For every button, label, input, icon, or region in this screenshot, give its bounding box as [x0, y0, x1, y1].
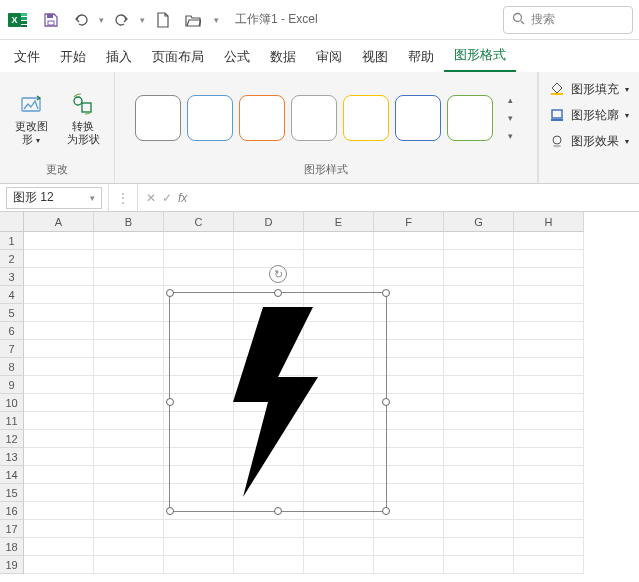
resize-handle-tl[interactable]	[166, 289, 174, 297]
resize-handle-br[interactable]	[382, 507, 390, 515]
cell[interactable]	[444, 340, 514, 358]
cell[interactable]	[444, 556, 514, 574]
cell[interactable]	[164, 250, 234, 268]
cell[interactable]	[514, 538, 584, 556]
cell[interactable]	[94, 340, 164, 358]
row-header-12[interactable]: 12	[0, 430, 24, 448]
cell[interactable]	[514, 376, 584, 394]
row-header-4[interactable]: 4	[0, 286, 24, 304]
style-swatch-0[interactable]	[135, 95, 181, 141]
cell[interactable]	[94, 430, 164, 448]
row-header-9[interactable]: 9	[0, 376, 24, 394]
cell[interactable]	[24, 394, 94, 412]
cell[interactable]	[514, 340, 584, 358]
cell[interactable]	[24, 286, 94, 304]
cell[interactable]	[24, 466, 94, 484]
cell[interactable]	[304, 232, 374, 250]
cell[interactable]	[444, 430, 514, 448]
convert-to-shape-button[interactable]: 转换 为形状	[60, 82, 106, 154]
redo-button[interactable]	[109, 7, 135, 33]
row-header-15[interactable]: 15	[0, 484, 24, 502]
cell[interactable]	[24, 340, 94, 358]
cell[interactable]	[444, 412, 514, 430]
style-swatch-2[interactable]	[239, 95, 285, 141]
cell[interactable]	[514, 268, 584, 286]
cell[interactable]	[514, 412, 584, 430]
col-header-A[interactable]: A	[24, 212, 94, 232]
cell[interactable]	[24, 412, 94, 430]
row-header-3[interactable]: 3	[0, 268, 24, 286]
change-graphic-button[interactable]: 更改图 形 ▾	[8, 82, 54, 154]
tab-insert[interactable]: 插入	[96, 42, 142, 72]
gallery-expand[interactable]: ▾	[503, 129, 517, 143]
cell[interactable]	[514, 448, 584, 466]
cell[interactable]	[304, 268, 374, 286]
cell[interactable]	[234, 556, 304, 574]
cell[interactable]	[304, 250, 374, 268]
cell[interactable]	[374, 268, 444, 286]
new-file-button[interactable]	[150, 7, 176, 33]
resize-handle-bl[interactable]	[166, 507, 174, 515]
tab-data[interactable]: 数据	[260, 42, 306, 72]
undo-button[interactable]	[68, 7, 94, 33]
search-box[interactable]: 搜索	[503, 6, 633, 34]
cell[interactable]	[444, 484, 514, 502]
cell[interactable]	[94, 484, 164, 502]
cells-area[interactable]: ↻	[24, 232, 639, 574]
tab-home[interactable]: 开始	[50, 42, 96, 72]
col-header-B[interactable]: B	[94, 212, 164, 232]
cell[interactable]	[444, 232, 514, 250]
qat-dropdown-icon[interactable]: ▾	[214, 15, 219, 25]
row-header-18[interactable]: 18	[0, 538, 24, 556]
cell[interactable]	[94, 520, 164, 538]
cell[interactable]	[94, 358, 164, 376]
cell[interactable]	[24, 520, 94, 538]
row-header-7[interactable]: 7	[0, 340, 24, 358]
cell[interactable]	[24, 538, 94, 556]
cell[interactable]	[304, 520, 374, 538]
resize-handle-ml[interactable]	[166, 398, 174, 406]
cell[interactable]	[94, 376, 164, 394]
cell[interactable]	[94, 304, 164, 322]
col-header-D[interactable]: D	[234, 212, 304, 232]
cell[interactable]	[444, 520, 514, 538]
gallery-scroll-up[interactable]: ▴	[503, 93, 517, 107]
tab-file[interactable]: 文件	[4, 42, 50, 72]
row-header-1[interactable]: 1	[0, 232, 24, 250]
cancel-icon[interactable]: ✕	[146, 191, 156, 205]
cell[interactable]	[24, 232, 94, 250]
cell[interactable]	[164, 520, 234, 538]
cell[interactable]	[374, 556, 444, 574]
formula-input[interactable]	[195, 187, 639, 209]
row-header-8[interactable]: 8	[0, 358, 24, 376]
style-swatch-5[interactable]	[395, 95, 441, 141]
style-swatch-1[interactable]	[187, 95, 233, 141]
cell[interactable]	[94, 322, 164, 340]
cell[interactable]	[514, 430, 584, 448]
cell[interactable]	[444, 250, 514, 268]
save-button[interactable]	[38, 7, 64, 33]
cell[interactable]	[514, 502, 584, 520]
cell[interactable]	[374, 538, 444, 556]
tab-view[interactable]: 视图	[352, 42, 398, 72]
cell[interactable]	[514, 250, 584, 268]
cell[interactable]	[304, 538, 374, 556]
cell[interactable]	[444, 268, 514, 286]
shape-fill-button[interactable]: 图形填充 ▾	[549, 78, 629, 100]
row-header-11[interactable]: 11	[0, 412, 24, 430]
cell[interactable]	[374, 520, 444, 538]
style-swatch-3[interactable]	[291, 95, 337, 141]
cell[interactable]	[24, 250, 94, 268]
tab-help[interactable]: 帮助	[398, 42, 444, 72]
cell[interactable]	[304, 556, 374, 574]
cell[interactable]	[24, 448, 94, 466]
cell[interactable]	[164, 538, 234, 556]
cell[interactable]	[234, 232, 304, 250]
cell[interactable]	[444, 502, 514, 520]
tab-review[interactable]: 审阅	[306, 42, 352, 72]
cell[interactable]	[24, 376, 94, 394]
more-icon[interactable]: ⋮	[113, 191, 133, 205]
cell[interactable]	[94, 502, 164, 520]
row-header-17[interactable]: 17	[0, 520, 24, 538]
fx-icon[interactable]: fx	[178, 191, 187, 205]
